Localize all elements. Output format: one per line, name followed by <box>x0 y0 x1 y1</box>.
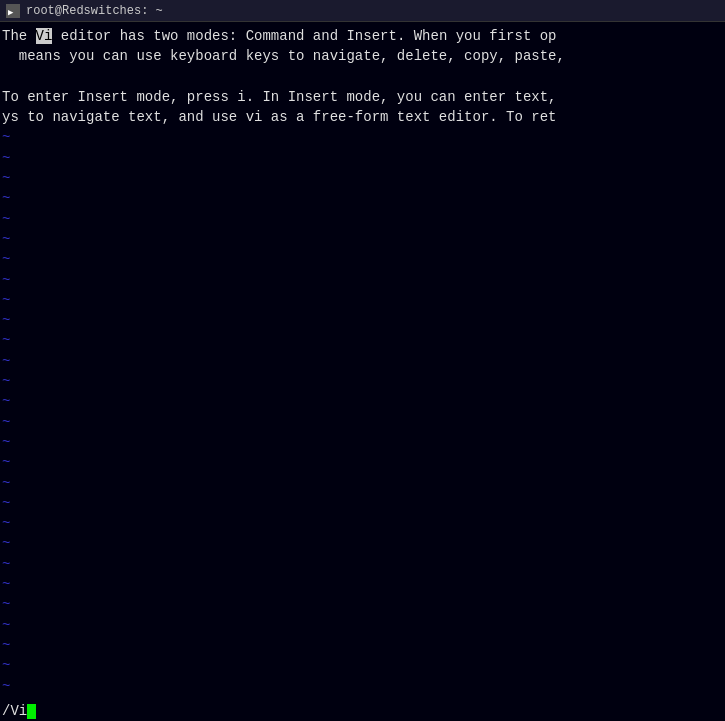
tilde-14: ~ <box>2 391 723 411</box>
status-line: /Vi <box>0 701 725 721</box>
title-bar: ▶ root@Redswitches: ~ <box>0 0 725 22</box>
tilde-12: ~ <box>2 351 723 371</box>
text-before-vi: The <box>2 28 36 44</box>
command-line[interactable]: /Vi <box>2 703 723 719</box>
tilde-3: ~ <box>2 168 723 188</box>
tilde-1: ~ <box>2 127 723 147</box>
terminal-line-4: To enter Insert mode, press i. In Insert… <box>2 87 723 107</box>
tilde-4: ~ <box>2 188 723 208</box>
tilde-13: ~ <box>2 371 723 391</box>
tilde-9: ~ <box>2 290 723 310</box>
tilde-16: ~ <box>2 432 723 452</box>
vi-highlight: Vi <box>36 28 53 44</box>
terminal-icon: ▶ <box>6 4 20 18</box>
tilde-7: ~ <box>2 249 723 269</box>
tilde-10: ~ <box>2 310 723 330</box>
tilde-8: ~ <box>2 270 723 290</box>
tilde-24: ~ <box>2 594 723 614</box>
tilde-28: ~ <box>2 676 723 696</box>
tilde-25: ~ <box>2 615 723 635</box>
tilde-5: ~ <box>2 209 723 229</box>
tilde-20: ~ <box>2 513 723 533</box>
tilde-19: ~ <box>2 493 723 513</box>
tilde-15: ~ <box>2 412 723 432</box>
tilde-26: ~ <box>2 635 723 655</box>
terminal-line-2: means you can use keyboard keys to navig… <box>2 46 723 66</box>
tilde-21: ~ <box>2 533 723 553</box>
svg-text:▶: ▶ <box>8 7 14 17</box>
title-bar-text: root@Redswitches: ~ <box>26 4 163 18</box>
tilde-2: ~ <box>2 148 723 168</box>
cursor <box>27 704 36 719</box>
terminal-area: The Vi editor has two modes: Command and… <box>0 22 725 721</box>
tilde-22: ~ <box>2 554 723 574</box>
tilde-18: ~ <box>2 473 723 493</box>
tilde-17: ~ <box>2 452 723 472</box>
text-after-vi: editor has two modes: Command and Insert… <box>52 28 556 44</box>
terminal-line-1: The Vi editor has two modes: Command and… <box>2 26 723 46</box>
tilde-6: ~ <box>2 229 723 249</box>
tilde-23: ~ <box>2 574 723 594</box>
tilde-27: ~ <box>2 655 723 675</box>
tilde-11: ~ <box>2 330 723 350</box>
terminal-line-5: ys to navigate text, and use vi as a fre… <box>2 107 723 127</box>
terminal-line-3 <box>2 67 723 87</box>
command-text: /Vi <box>2 703 27 719</box>
